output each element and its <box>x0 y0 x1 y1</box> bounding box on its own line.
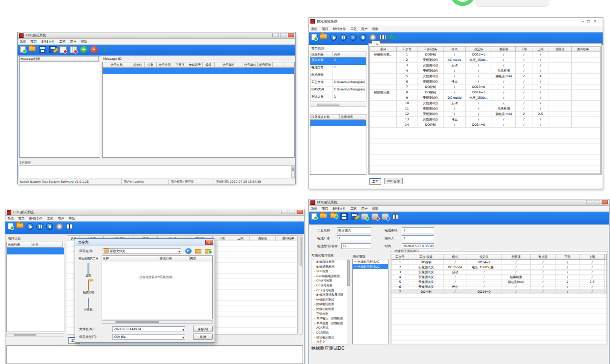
column-name[interactable]: 名称 <box>102 256 159 261</box>
header-cell[interactable]: 信息列表 <box>310 52 333 57</box>
table-row[interactable]: 7DO控制/DO14=0//// <box>391 289 607 294</box>
menu-user[interactable]: 用户 <box>361 26 368 32</box>
header-cell[interactable]: 上限 <box>532 47 549 52</box>
place-desktop[interactable]: 桌面 <box>77 264 100 278</box>
list-item[interactable]: - 绝缘功能检测 <box>311 307 350 311</box>
list-item[interactable]: - BMS故障读取及清除 <box>311 292 350 297</box>
column-date[interactable]: 修改日期 <box>159 256 190 261</box>
pause-icon[interactable] <box>36 223 43 230</box>
db-remove-icon[interactable] <box>371 213 379 220</box>
table-row[interactable]: 项目名称1 <box>310 57 366 65</box>
menu-user[interactable]: 用户 <box>361 206 368 212</box>
battery-model-input[interactable]: 11 <box>341 243 371 249</box>
place-recent[interactable]: 最近使用的项目 <box>77 257 100 260</box>
header-cell[interactable] <box>283 62 294 68</box>
sidebar-hscroll[interactable] <box>310 103 366 107</box>
play-icon[interactable] <box>330 34 337 41</box>
log-textarea[interactable] <box>6 345 303 364</box>
open-icon[interactable] <box>16 223 24 228</box>
header-cell[interactable]: 上限 <box>580 254 605 260</box>
menu-process[interactable]: 工艺 <box>350 206 357 212</box>
header-cell[interactable] <box>594 47 600 52</box>
disc-icon[interactable] <box>369 34 376 41</box>
header-cell[interactable]: 工步号 <box>397 47 417 52</box>
header-cell[interactable]: 信号名称 <box>103 62 131 68</box>
dialog-title-bar[interactable]: 另存为 × <box>75 239 215 246</box>
header-cell[interactable]: 传输因子 <box>187 62 203 68</box>
menu-system[interactable]: 系统 <box>311 26 317 32</box>
menu-help[interactable]: 帮助 <box>81 39 87 45</box>
template-list-scrollbar[interactable] <box>347 259 350 344</box>
template-list[interactable]: - BMS版本检测- BMS通讯检测- SCC检测- Can唤醒电源检测- CP… <box>311 259 350 344</box>
new-icon[interactable] <box>8 223 13 229</box>
table-row[interactable]: 电池型号1 <box>310 65 366 72</box>
header-cell[interactable]: 信号类型 <box>157 62 173 68</box>
list-item[interactable]: - CC信号检测 <box>311 283 350 288</box>
minimize-button[interactable] <box>272 33 278 37</box>
download-icon[interactable] <box>101 46 108 53</box>
list-item[interactable]: 绝缘耐压测试AC <box>353 259 388 264</box>
table-row[interactable]: 12安规测试仪//漏电流(mA)22.5 <box>370 112 600 117</box>
header-cell[interactable]: 字节序 <box>173 62 187 68</box>
pause-icon[interactable] <box>340 34 347 41</box>
header-cell[interactable]: 设定值 <box>467 254 501 260</box>
menu-process[interactable]: 工艺 <box>350 26 357 32</box>
menu-help[interactable]: 帮助 <box>69 216 75 222</box>
refresh-icon[interactable] <box>388 33 396 40</box>
new-icon[interactable] <box>20 46 26 53</box>
list-item[interactable]: - 单体温度一致性检测 <box>311 321 350 326</box>
place-documents[interactable]: 我的文档 <box>77 281 100 294</box>
tab-bms-monitor[interactable]: BMS监控 <box>384 178 403 184</box>
minimize-button[interactable]: – <box>582 19 587 24</box>
maximize-button[interactable] <box>280 33 286 37</box>
close-button[interactable] <box>288 33 294 37</box>
close-button[interactable] <box>602 200 608 204</box>
header-cell[interactable]: 模式 <box>444 254 467 260</box>
save-icon[interactable] <box>340 213 348 220</box>
barcode-icon[interactable] <box>379 34 387 41</box>
table-row[interactable]: 电池条码 <box>310 72 366 80</box>
table-row[interactable]: 7DO控制/DO13=0/// <box>370 84 600 90</box>
header-cell[interactable]: 工步号 <box>391 254 409 260</box>
steps-table[interactable]: 工步号工步/设备模式设定值测量项数据源下限上限1DO控制/DO14=1////2… <box>391 254 607 343</box>
table-row[interactable]: 绝缘耐压测...8DO控制/DO14=1/// <box>370 90 600 95</box>
open-icon[interactable] <box>320 34 327 39</box>
steps-vscroll[interactable] <box>299 235 303 335</box>
header-cell[interactable]: 数据源 <box>531 254 555 260</box>
header-cell[interactable]: 下限 <box>555 254 580 260</box>
list-item[interactable]: - ACR测试 <box>311 325 350 330</box>
title-bar[interactable]: EOL测试系统 <box>309 199 609 206</box>
remove-icon[interactable] <box>90 46 98 53</box>
header-cell[interactable]: 内容 <box>333 52 365 57</box>
header-cell[interactable]: 信息列表 <box>7 242 31 248</box>
menu-user[interactable]: 用户 <box>58 216 64 222</box>
project-info-table[interactable]: 信息列表内容 <box>6 242 64 332</box>
header-cell[interactable]: Message列表 <box>20 56 99 62</box>
menu-system[interactable]: 系统 <box>20 39 26 45</box>
save-in-combo[interactable]: 新建文件夹 <box>103 248 181 254</box>
title-bar[interactable]: EOL测试系统 <box>5 209 304 216</box>
list-item[interactable]: - 自定义 <box>311 339 350 344</box>
table-row[interactable] <box>310 120 366 126</box>
menu-process[interactable]: 工艺 <box>47 216 53 222</box>
table-row[interactable]: 1DO控制/DO14=1//// <box>391 260 607 265</box>
menu-system[interactable]: 系统 <box>311 206 317 212</box>
header-cell[interactable]: 测量值 <box>549 47 572 52</box>
db-edit-icon[interactable] <box>382 213 389 220</box>
table-row[interactable]: 3安规测试仪启动//// <box>370 63 600 68</box>
steps-table[interactable]: 项目工步号工步/设备模式设定值测量项下限上限测量值测试结果绝缘耐压测...1DO… <box>369 46 601 174</box>
table-import-icon[interactable] <box>70 46 77 53</box>
table-export-icon[interactable] <box>59 46 67 53</box>
list-item[interactable]: - SCC检测 <box>311 269 350 274</box>
minimize-button[interactable] <box>586 200 592 204</box>
header-cell[interactable]: 内容 <box>31 242 63 248</box>
play-icon[interactable] <box>27 223 33 230</box>
header-cell[interactable]: 起始位 <box>131 62 145 68</box>
header-cell[interactable] <box>605 254 607 260</box>
header-cell[interactable]: 设定值 <box>466 47 492 52</box>
header-cell[interactable]: 下限 <box>213 236 231 241</box>
time-input[interactable]: 2020-07-17 8:35:08 <box>402 243 434 249</box>
header-cell[interactable]: 信号属性 <box>215 62 243 68</box>
new-folder-icon[interactable] <box>205 249 211 253</box>
table-row[interactable]: 3安规测试仪启动///// <box>391 270 607 275</box>
